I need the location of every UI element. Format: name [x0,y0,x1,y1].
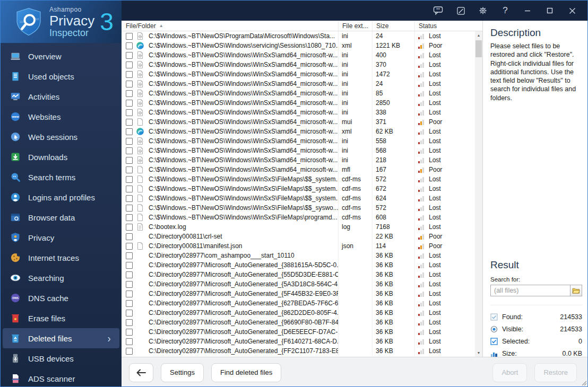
table-row[interactable]: C:\Directory028977\Microsoft_AutoGenerat… [122,318,475,327]
column-header-file-folder[interactable]: File/Folder▲ [122,21,338,31]
table-row[interactable]: C:\Directory028977\Microsoft_AutoGenerat… [122,279,475,289]
row-checkbox[interactable] [126,109,133,116]
table-row[interactable]: C:\Directory000811\crl-set22 KBPoor [122,232,475,241]
table-row[interactable]: C:\$Windows.~BT\NewOS\Windows\WinSxS\amd… [122,89,475,98]
feedback-icon[interactable]: ** [429,3,447,18]
row-checkbox[interactable] [126,205,133,212]
table-row[interactable]: C:\$Windows.~BT\NewOS\Windows\WinSxS\amd… [122,108,475,117]
row-checkbox[interactable] [126,338,133,345]
row-checkbox[interactable] [126,186,133,192]
sidebar-item-activities[interactable]: Activities [1,86,122,107]
abort-button[interactable]: Abort [492,363,527,382]
browse-folder-button[interactable] [570,285,582,296]
row-checkbox[interactable] [126,319,133,326]
table-row[interactable]: C:\Directory028977\Microsoft_AutoGenerat… [122,270,475,279]
table-row[interactable]: C:\$Windows.~BT\NewOS\Windows\WinSxS\Fil… [122,174,475,184]
row-checkbox[interactable] [126,52,133,59]
row-checkbox[interactable] [126,138,133,145]
row-checkbox[interactable] [126,271,133,278]
sidebar-item-logins-and-profiles[interactable]: Logins and profiles [1,187,122,207]
row-checkbox[interactable] [126,281,133,288]
table-row[interactable]: C:\$Windows.~BT\NewOS\Windows\WinSxS\amd… [122,127,475,136]
row-checkbox[interactable] [126,310,133,316]
table-row[interactable]: C:\$Windows.~BT\NewOS\Windows\WinSxS\amd… [122,117,475,127]
table-row[interactable]: C:\$Windows.~BT\NewOS\Windows\WinSxS\amd… [122,50,475,60]
table-row[interactable]: C:\Directory028977\Microsoft_AutoGenerat… [122,260,475,270]
resize-grip-icon[interactable] [582,381,587,386]
close-icon[interactable] [563,3,581,18]
search-input[interactable] [491,285,570,296]
scroll-up-icon[interactable]: ▲ [475,31,482,39]
row-checkbox[interactable] [126,119,133,126]
row-checkbox[interactable] [126,252,133,259]
sidebar-item-browser-data[interactable]: Browser data [1,207,122,227]
help-icon[interactable]: ? [496,3,514,18]
row-checkbox[interactable] [126,33,133,40]
row-checkbox[interactable] [126,214,133,221]
row-checkbox[interactable] [126,157,133,164]
vertical-scrollbar[interactable]: ▲ ▼ [475,31,482,357]
row-checkbox[interactable] [126,243,133,250]
column-header-file-ext[interactable]: File ext... [338,21,372,31]
sidebar-item-searching[interactable]: Searching [1,268,122,288]
table-row[interactable]: C:\$Windows.~BT\NewOS\ProgramData\Micros… [122,31,475,41]
back-button[interactable] [129,363,153,382]
table-row[interactable]: C:\$Windows.~BT\NewOS\Windows\WinSxS\Fil… [122,203,475,213]
table-row[interactable]: C:\Directory028977\Microsoft_AutoGenerat… [122,289,475,298]
table-row[interactable]: C:\$Windows.~BT\NewOS\Windows\WinSxS\Fil… [122,194,475,203]
column-header-status[interactable]: Status [414,21,475,31]
row-checkbox[interactable] [126,195,133,202]
table-row[interactable]: C:\$Windows.~BT\NewOS\Windows\WinSxS\Fil… [122,213,475,222]
sidebar-item-downloads[interactable]: Downloads [1,147,122,167]
row-checkbox[interactable] [126,300,133,307]
table-row[interactable]: C:\$Windows.~BT\NewOS\Windows\WinSxS\amd… [122,60,475,69]
table-row[interactable]: C:\Directory028977\Microsoft_AutoGenerat… [122,298,475,308]
minimize-icon[interactable] [518,3,537,18]
scrollbar-thumb[interactable] [475,40,482,57]
sidebar-item-ads-scanner[interactable]: ADS scanner [1,368,122,387]
table-row[interactable]: C:\$Windows.~BT\NewOS\Windows\WinSxS\amd… [122,165,475,174]
settings-button[interactable]: Settings [161,363,204,382]
table-row[interactable]: C:\bootex.loglog7168Lost [122,222,475,232]
sidebar-item-internet-traces[interactable]: Internet traces [1,248,122,268]
table-row[interactable]: C:\$Windows.~BT\NewOS\Windows\WinSxS\amd… [122,146,475,155]
notes-icon[interactable] [452,3,470,18]
find-deleted-files-button[interactable]: Find deleted files [211,363,281,382]
sidebar-item-usb-devices[interactable]: USB devices [1,348,122,368]
row-checkbox[interactable] [126,90,133,97]
table-row[interactable]: C:\Directory028977\Microsoft_AutoGenerat… [122,337,475,346]
table-row[interactable]: C:\Directory000811\manifest.jsonjson114P… [122,241,475,251]
row-checkbox[interactable] [126,100,133,107]
row-checkbox[interactable] [126,348,133,355]
settings-icon[interactable] [474,3,492,18]
sidebar-item-dns-cache[interactable]: DNSDNS cache [1,288,122,308]
table-row[interactable]: C:\Directory028977\Microsoft_AutoGenerat… [122,346,475,356]
sidebar-item-used-objects[interactable]: Used objects [1,66,122,86]
row-checkbox[interactable] [126,71,133,78]
table-row[interactable]: C:\$Windows.~BT\NewOS\Windows\servicing\… [122,41,475,50]
sidebar-item-erase-files[interactable]: Erase files [1,308,122,328]
table-row[interactable]: C:\$Windows.~BT\NewOS\Windows\WinSxS\amd… [122,98,475,108]
table-row[interactable]: C:\$Windows.~BT\NewOS\Windows\WinSxS\amd… [122,155,475,165]
column-header-size[interactable]: Size [372,21,414,31]
sidebar-item-deleted-files[interactable]: Deleted files› [3,328,119,348]
row-checkbox[interactable] [126,224,133,231]
row-checkbox[interactable] [126,233,133,240]
sidebar-item-overview[interactable]: Overview [1,46,122,66]
row-checkbox[interactable] [126,329,133,336]
table-row[interactable]: C:\Directory028977\Microsoft_AutoGenerat… [122,308,475,318]
sidebar-item-web-sessions[interactable]: Web sessions [1,127,122,147]
row-checkbox[interactable] [126,128,133,135]
table-row[interactable]: C:\$Windows.~BT\NewOS\Windows\WinSxS\amd… [122,136,475,146]
scroll-down-icon[interactable]: ▼ [475,349,482,357]
row-checkbox[interactable] [126,147,133,154]
sidebar-item-search-terms[interactable]: Search terms [1,167,122,187]
row-checkbox[interactable] [126,42,133,49]
row-checkbox[interactable] [126,291,133,297]
row-checkbox[interactable] [126,166,133,173]
table-row[interactable]: C:\$Windows.~BT\NewOS\Windows\WinSxS\Fil… [122,184,475,194]
sidebar-item-privacy[interactable]: Privacy [1,227,122,248]
row-checkbox[interactable] [126,176,133,183]
table-row[interactable]: C:\Directory028977\com_ashampoo___start_… [122,251,475,260]
sidebar-item-websites[interactable]: wwwWebsites [1,107,122,127]
